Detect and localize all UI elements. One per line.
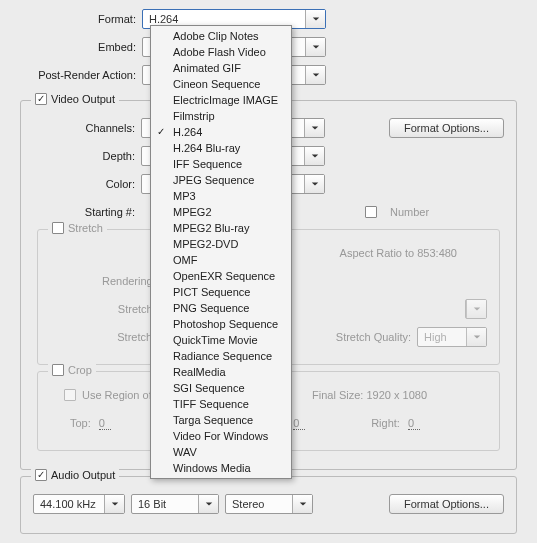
aspect-ratio-text: Aspect Ratio to 853:480: [340, 247, 457, 259]
audio-output-title: Audio Output: [51, 469, 115, 481]
format-value: H.264: [143, 13, 305, 25]
stretch-quality-label: Stretch Quality:: [336, 331, 417, 343]
format-option[interactable]: MPEG2 Blu-ray: [151, 220, 291, 236]
chevron-down-icon: [304, 175, 324, 193]
video-output-title: Video Output: [51, 93, 115, 105]
format-label: Format:: [20, 13, 142, 25]
sample-rate-value: 44.100 kHz: [34, 498, 104, 510]
video-output-header[interactable]: Video Output: [31, 93, 119, 105]
chevron-down-icon: [304, 147, 324, 165]
format-option[interactable]: PNG Sequence: [151, 300, 291, 316]
video-output-checkbox[interactable]: [35, 93, 47, 105]
format-option[interactable]: QuickTime Movie: [151, 332, 291, 348]
crop-checkbox[interactable]: [52, 364, 64, 376]
chevron-down-icon: [466, 300, 486, 318]
format-option[interactable]: JPEG Sequence: [151, 172, 291, 188]
chevron-down-icon: [304, 119, 324, 137]
sample-rate-select[interactable]: 44.100 kHz: [33, 494, 125, 514]
format-option[interactable]: RealMedia: [151, 364, 291, 380]
format-option[interactable]: H.264: [151, 124, 291, 140]
format-option[interactable]: MPEG2: [151, 204, 291, 220]
use-comp-frame-checkbox[interactable]: [365, 206, 377, 218]
crop-top-value[interactable]: 0: [99, 417, 111, 430]
crop-top-label: Top:: [70, 417, 91, 429]
crop-right-value[interactable]: 0: [408, 417, 420, 430]
format-options-button[interactable]: Format Options...: [389, 118, 504, 138]
stretch-to-select[interactable]: [465, 299, 487, 319]
color-label: Color:: [33, 178, 141, 190]
post-render-label: Post-Render Action:: [20, 69, 142, 81]
audio-output-checkbox[interactable]: [35, 469, 47, 481]
format-option[interactable]: WAV: [151, 444, 291, 460]
format-option[interactable]: Targa Sequence: [151, 412, 291, 428]
chevron-down-icon: [305, 66, 325, 84]
format-option[interactable]: Radiance Sequence: [151, 348, 291, 364]
audio-output-group: Audio Output 44.100 kHz 16 Bit Stereo Fo…: [20, 476, 517, 534]
audio-format-options-button[interactable]: Format Options...: [389, 494, 504, 514]
crop-bottom-value[interactable]: 0: [293, 417, 305, 430]
embed-label: Embed:: [20, 41, 142, 53]
format-option[interactable]: Filmstrip: [151, 108, 291, 124]
final-size-text: Final Size: 1920 x 1080: [312, 389, 427, 401]
format-option[interactable]: Animated GIF: [151, 60, 291, 76]
format-option[interactable]: MPEG2-DVD: [151, 236, 291, 252]
use-comp-frame-partial: Number: [390, 206, 429, 218]
bit-depth-value: 16 Bit: [132, 498, 198, 510]
format-option[interactable]: TIFF Sequence: [151, 396, 291, 412]
crop-right-label: Right:: [371, 417, 400, 429]
audio-channels-value: Stereo: [226, 498, 292, 510]
stretch-quality-value: High: [418, 331, 466, 343]
crop-header[interactable]: Crop: [48, 364, 96, 376]
stretch-header[interactable]: Stretch: [48, 222, 107, 234]
format-option[interactable]: Photoshop Sequence: [151, 316, 291, 332]
chevron-down-icon: [292, 495, 312, 513]
format-option[interactable]: OMF: [151, 252, 291, 268]
chevron-down-icon: [305, 38, 325, 56]
format-option[interactable]: Adobe Clip Notes: [151, 28, 291, 44]
format-option[interactable]: SGI Sequence: [151, 380, 291, 396]
chevron-down-icon: [198, 495, 218, 513]
chevron-down-icon: [466, 328, 486, 346]
use-region-checkbox[interactable]: [64, 389, 76, 401]
starting-label: Starting #:: [33, 206, 141, 218]
format-dropdown: Adobe Clip NotesAdobe Flash VideoAnimate…: [150, 25, 292, 479]
format-option[interactable]: MP3: [151, 188, 291, 204]
format-option[interactable]: H.264 Blu-ray: [151, 140, 291, 156]
format-option[interactable]: PICT Sequence: [151, 284, 291, 300]
bit-depth-select[interactable]: 16 Bit: [131, 494, 219, 514]
stretch-title: Stretch: [68, 222, 103, 234]
format-option[interactable]: Video For Windows: [151, 428, 291, 444]
format-option[interactable]: Adobe Flash Video: [151, 44, 291, 60]
chevron-down-icon: [104, 495, 124, 513]
depth-label: Depth:: [33, 150, 141, 162]
channels-label: Channels:: [33, 122, 141, 134]
format-option[interactable]: OpenEXR Sequence: [151, 268, 291, 284]
format-option[interactable]: Windows Media: [151, 460, 291, 476]
audio-output-header[interactable]: Audio Output: [31, 469, 119, 481]
format-option[interactable]: IFF Sequence: [151, 156, 291, 172]
stretch-checkbox[interactable]: [52, 222, 64, 234]
crop-title: Crop: [68, 364, 92, 376]
format-option[interactable]: ElectricImage IMAGE: [151, 92, 291, 108]
format-option[interactable]: Cineon Sequence: [151, 76, 291, 92]
stretch-quality-select[interactable]: High: [417, 327, 487, 347]
audio-channels-select[interactable]: Stereo: [225, 494, 313, 514]
chevron-down-icon: [305, 10, 325, 28]
